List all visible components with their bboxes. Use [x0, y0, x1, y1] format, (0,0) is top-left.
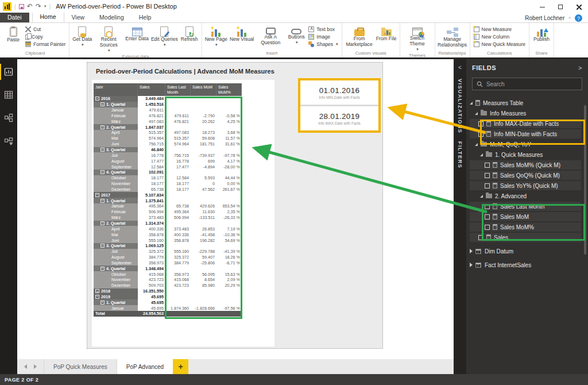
fields-item-info-measures[interactable]: Info Measures	[466, 108, 588, 118]
field-checkbox[interactable]	[485, 204, 490, 209]
refresh-button[interactable]: Refresh	[179, 24, 200, 53]
menu-tab-help[interactable]: Help	[131, 13, 159, 22]
enter-data-button[interactable]: Enter Data	[124, 24, 150, 53]
expand-closed-icon[interactable]	[470, 263, 473, 267]
format-painter-button[interactable]: Format Painter	[25, 41, 65, 47]
save-icon[interactable]	[19, 4, 24, 9]
fields-item-sales-mom-quick-m[interactable]: Sales MoM% (Quick M)	[466, 160, 588, 170]
new-column-button[interactable]: New Column	[474, 34, 526, 40]
expand-open-icon[interactable]	[475, 143, 478, 146]
fields-item-sales-last-month[interactable]: Sales Last Month	[466, 201, 588, 211]
expand-open-icon[interactable]	[475, 112, 478, 115]
edit-queries-button[interactable]: Edit Queries▾	[150, 24, 179, 53]
fields-item-sales[interactable]: Sales	[466, 232, 588, 242]
card-visual[interactable]: 01.01.2016Info MIN-Date with Facts	[300, 80, 378, 105]
visualizations-pane-label[interactable]: VISUALIZATIONS	[457, 79, 463, 133]
help-icon[interactable]: ?	[575, 14, 582, 22]
field-checkbox[interactable]	[485, 173, 490, 178]
field-checkbox[interactable]	[485, 163, 490, 168]
expand-toggle-icon[interactable]: −	[100, 199, 105, 203]
expand-toggle-icon[interactable]: −	[100, 244, 105, 248]
fields-item-dim-datum[interactable]: Dim Datum	[466, 246, 588, 256]
new-measure-button[interactable]: New Measure	[474, 26, 526, 32]
fields-item-sales-mom[interactable]: Sales MoM	[466, 211, 588, 222]
shapes-button[interactable]: Shapes▾	[308, 41, 338, 47]
from-file-button[interactable]: From File	[375, 24, 398, 49]
expand-toggle-icon[interactable]: −	[100, 221, 105, 225]
card-visuals[interactable]: 01.01.2016Info MIN-Date with Facts28.01.…	[298, 78, 381, 133]
expand-toggle-icon[interactable]: −	[100, 148, 105, 152]
filters-pane-label[interactable]: FILTERS	[457, 141, 463, 168]
switch-theme-button[interactable]: Switch Theme▾	[402, 24, 433, 52]
recent-sources-button[interactable]: Recent Sources▾	[93, 24, 124, 53]
table-column-header[interactable]: Sales Last Month	[165, 83, 191, 96]
field-checkbox[interactable]	[485, 214, 490, 220]
chevron-up-icon[interactable]: ^	[568, 16, 571, 21]
expand-toggle-icon[interactable]: −	[100, 301, 105, 305]
page-tab-pop-quick-measures[interactable]: PoP Quick Measures	[44, 359, 117, 374]
fields-scrollbar[interactable]	[584, 105, 586, 255]
model-view-alt-button[interactable]	[0, 134, 17, 148]
image-button[interactable]: Image	[308, 34, 338, 40]
expand-toggle-icon[interactable]: −	[95, 97, 99, 101]
model-view-button[interactable]	[0, 111, 17, 125]
expand-pane-icon[interactable]: <	[458, 64, 462, 71]
menu-tab-home[interactable]: Home	[32, 11, 64, 22]
text-box-button[interactable]: Text box	[308, 26, 338, 32]
table-column-header[interactable]: Sales MoM%	[216, 83, 242, 96]
data-view-button[interactable]	[0, 88, 17, 102]
expand-toggle-icon[interactable]: −	[100, 170, 105, 174]
card-visual[interactable]: 28.01.2019Info MAX-Date with Facts	[300, 106, 378, 130]
paste-button[interactable]: Paste	[3, 24, 24, 49]
fields-item-mom-qoq-yoy[interactable]: MoM, QoQ, YoY	[466, 139, 588, 149]
from-marketplace-button[interactable]: From Marketplace	[344, 24, 375, 49]
fields-item-2-advanced[interactable]: 2. Advanced	[466, 191, 588, 201]
report-view-button[interactable]	[0, 65, 17, 79]
menu-tab-view[interactable]: View	[64, 13, 92, 22]
menu-tab-modeling[interactable]: Modeling	[92, 13, 131, 22]
fields-item-sales-qoq-quick-m[interactable]: Sales QoQ% (Quick M)	[466, 170, 588, 180]
cut-button[interactable]: Cut	[25, 26, 65, 32]
expand-toggle-icon[interactable]: −	[95, 295, 99, 299]
prev-page-icon[interactable]	[24, 364, 27, 369]
maximize-button[interactable]	[551, 0, 570, 14]
fields-item-info-max-date-with-facts[interactable]: Info MAX-Date with Facts	[466, 118, 588, 129]
redo-icon[interactable]: ↷	[36, 3, 41, 10]
new-page-button[interactable]: +	[173, 359, 188, 374]
expand-toggle-icon[interactable]: −	[95, 193, 99, 197]
fields-item-1-quick-measures[interactable]: 1. Quick Measures	[466, 149, 588, 160]
expand-open-icon[interactable]	[480, 195, 483, 198]
manage-relationships-button[interactable]: Manage Relationships	[437, 24, 468, 49]
field-checkbox[interactable]	[478, 132, 483, 137]
field-checkbox[interactable]	[485, 183, 490, 188]
fields-item-info-min-date-with-facts[interactable]: Info MIN-Date with Facts	[466, 129, 588, 139]
get-data-button[interactable]: Get Data▾	[71, 24, 93, 53]
expand-open-icon[interactable]	[480, 153, 483, 156]
table-column-header[interactable]: Jahr	[94, 83, 138, 96]
expand-toggle-icon[interactable]: −	[100, 125, 105, 129]
new-quick-measure-button[interactable]: New Quick Measure	[474, 41, 526, 47]
fields-item-measures-table[interactable]: Measures Table	[466, 98, 588, 108]
copy-button[interactable]: Copy	[25, 34, 65, 40]
buttons-button[interactable]: Buttons▾	[286, 24, 307, 49]
expand-open-icon[interactable]	[470, 102, 473, 105]
ask-a-question-button[interactable]: Ask A Question	[255, 24, 286, 49]
collapse-fields-icon[interactable]: >	[578, 64, 582, 71]
expand-toggle-icon[interactable]: +	[95, 289, 99, 293]
field-checkbox[interactable]	[478, 121, 483, 126]
publish-button[interactable]: Publish	[531, 24, 552, 49]
table-column-header[interactable]: Sales	[138, 83, 165, 96]
fields-item-sales-yoy-quick-m[interactable]: Sales YoY% (Quick M)	[466, 180, 588, 191]
table-column-header[interactable]: Sales MoM	[191, 83, 216, 96]
menu-tab-datei[interactable]: Datei	[0, 13, 29, 22]
page-tab-pop-advanced[interactable]: PoP Advanced	[117, 359, 173, 374]
minimize-button[interactable]	[533, 0, 551, 14]
expand-toggle-icon[interactable]: −	[100, 267, 105, 271]
quick-access-caret-icon[interactable]: ▾	[44, 4, 47, 9]
fields-item-sales-mom[interactable]: Sales MoM%	[466, 222, 588, 232]
fields-item-fact-internetsales[interactable]: Fact InternetSales	[466, 260, 588, 270]
new-page-button[interactable]: New Page▾	[204, 24, 229, 49]
new-visual-button[interactable]: New Visual	[229, 24, 255, 49]
account-name[interactable]: Robert Lochner	[525, 15, 564, 21]
next-page-icon[interactable]	[34, 364, 37, 369]
